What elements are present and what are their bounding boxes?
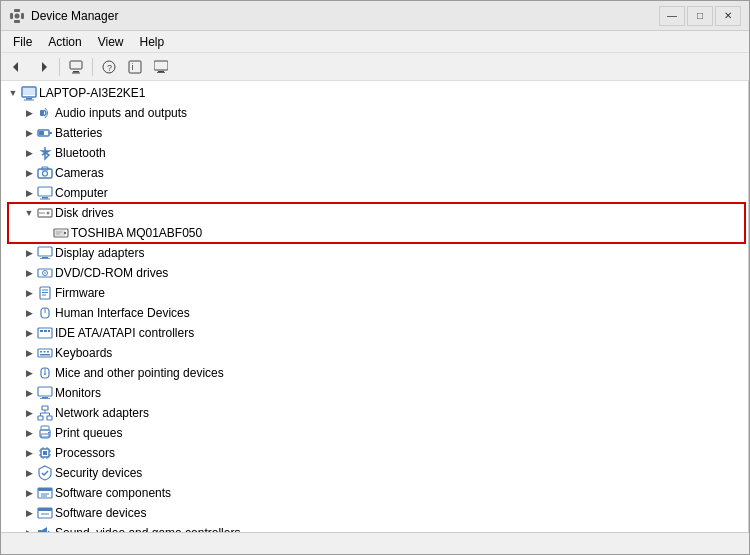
network-toggle[interactable]: ▶ (21, 405, 37, 421)
svg-rect-39 (38, 247, 52, 256)
svg-rect-41 (40, 258, 50, 259)
menu-help[interactable]: Help (132, 33, 173, 51)
software-comp-toggle[interactable]: ▶ (21, 485, 37, 501)
tree-item-sound[interactable]: ▶ Sound, video and game controllers (1, 523, 748, 532)
device-manager-window: Device Manager — □ ✕ File Action View He… (0, 0, 750, 555)
bluetooth-toggle[interactable]: ▶ (21, 145, 37, 161)
svg-point-44 (44, 272, 46, 274)
software-dev-label: Software devices (55, 506, 146, 520)
tree-container: ▼ LAPTOP-AI3E2KE1 ▶ (1, 83, 748, 532)
tree-item-batteries[interactable]: ▶ Batteries (1, 123, 748, 143)
svg-rect-7 (70, 61, 82, 69)
computer-label: Computer (55, 186, 108, 200)
tree-item-computer[interactable]: ▶ Computer (1, 183, 748, 203)
menu-action[interactable]: Action (40, 33, 89, 51)
svg-rect-54 (48, 330, 50, 332)
tree-item-software-dev[interactable]: ▶ Software devices (1, 503, 748, 523)
tree-item-network[interactable]: ▶ Network adapters (1, 403, 748, 423)
back-button[interactable] (5, 56, 29, 78)
tree-item-monitors[interactable]: ▶ Monitors (1, 383, 748, 403)
hid-toggle[interactable]: ▶ (21, 305, 37, 321)
help-icon: ? (102, 60, 116, 74)
svg-rect-67 (38, 416, 43, 420)
tree-item-diskdrives[interactable]: ▼ Disk drives (1, 203, 748, 223)
print-icon (37, 425, 53, 441)
svg-rect-8 (73, 71, 79, 73)
cameras-icon (37, 165, 53, 181)
svg-rect-24 (39, 131, 44, 135)
minimize-button[interactable]: — (659, 6, 685, 26)
audio-icon (37, 105, 53, 121)
firmware-toggle[interactable]: ▶ (21, 285, 37, 301)
processors-toggle[interactable]: ▶ (21, 445, 37, 461)
svg-rect-53 (44, 330, 47, 332)
root-toggle[interactable]: ▼ (5, 85, 21, 101)
tree-item-audio[interactable]: ▶ Audio inputs and outputs (1, 103, 748, 123)
svg-rect-88 (38, 488, 52, 491)
cameras-toggle[interactable]: ▶ (21, 165, 37, 181)
monitors-toggle[interactable]: ▶ (21, 385, 37, 401)
tree-item-keyboards[interactable]: ▶ Keyboards (1, 343, 748, 363)
processors-icon (37, 445, 53, 461)
tree-item-hid[interactable]: ▶ Human Interface Devices (1, 303, 748, 323)
tree-item-dvd[interactable]: ▶ DVD/CD-ROM drives (1, 263, 748, 283)
computer-toggle[interactable]: ▶ (21, 185, 37, 201)
svg-rect-51 (38, 328, 52, 338)
batteries-icon (37, 125, 53, 141)
software-dev-toggle[interactable]: ▶ (21, 505, 37, 521)
svg-rect-3 (21, 13, 24, 19)
monitor-button[interactable] (149, 56, 173, 78)
svg-rect-35 (55, 230, 65, 236)
menu-file[interactable]: File (5, 33, 40, 51)
tree-item-print[interactable]: ▶ Print queues (1, 423, 748, 443)
ide-toggle[interactable]: ▶ (21, 325, 37, 341)
batteries-toggle[interactable]: ▶ (21, 125, 37, 141)
tree-item-mice[interactable]: ▶ Mice and other pointing devices (1, 363, 748, 383)
properties-button[interactable]: i (123, 56, 147, 78)
status-bar (1, 532, 749, 554)
tree-item-processors[interactable]: ▶ (1, 443, 748, 463)
print-toggle[interactable]: ▶ (21, 425, 37, 441)
security-toggle[interactable]: ▶ (21, 465, 37, 481)
tree-item-firmware[interactable]: ▶ Firmware (1, 283, 748, 303)
svg-text:i: i (132, 62, 134, 72)
security-label: Security devices (55, 466, 142, 480)
svg-rect-28 (38, 187, 52, 196)
diskdrives-toggle[interactable]: ▼ (21, 205, 37, 221)
window-icon (9, 8, 25, 24)
svg-rect-65 (40, 398, 50, 399)
keyboards-toggle[interactable]: ▶ (21, 345, 37, 361)
tree-item-ide[interactable]: ▶ IDE ATA/ATAPI controllers (1, 323, 748, 343)
tree-panel[interactable]: ▼ LAPTOP-AI3E2KE1 ▶ (1, 81, 749, 532)
tree-item-toshiba[interactable]: ▶ TOSHIBA MQ01ABF050 (1, 223, 748, 243)
tree-item-software-comp[interactable]: ▶ Software components (1, 483, 748, 503)
sound-toggle[interactable]: ▶ (21, 525, 37, 532)
forward-button[interactable] (31, 56, 55, 78)
monitor-icon (154, 60, 168, 74)
maximize-button[interactable]: □ (687, 6, 713, 26)
mice-toggle[interactable]: ▶ (21, 365, 37, 381)
software-comp-icon (37, 485, 53, 501)
toshiba-label: TOSHIBA MQ01ABF050 (71, 226, 202, 240)
menu-view[interactable]: View (90, 33, 132, 51)
tree-item-display[interactable]: ▶ Display adapters (1, 243, 748, 263)
tree-item-bluetooth[interactable]: ▶ Bluetooth (1, 143, 748, 163)
svg-point-32 (47, 212, 50, 215)
window-title: Device Manager (31, 9, 118, 23)
svg-rect-58 (47, 351, 49, 353)
tree-item-security[interactable]: ▶ Security devices (1, 463, 748, 483)
keyboards-label: Keyboards (55, 346, 112, 360)
svg-text:?: ? (107, 63, 112, 73)
root-label: LAPTOP-AI3E2KE1 (39, 86, 146, 100)
svg-rect-74 (41, 426, 49, 430)
close-button[interactable]: ✕ (715, 6, 741, 26)
dvd-toggle[interactable]: ▶ (21, 265, 37, 281)
help-button[interactable]: ? (97, 56, 121, 78)
svg-rect-23 (49, 132, 52, 134)
tree-root[interactable]: ▼ LAPTOP-AI3E2KE1 (1, 83, 748, 103)
audio-toggle[interactable]: ▶ (21, 105, 37, 121)
tree-item-cameras[interactable]: ▶ Cameras (1, 163, 748, 183)
firmware-label: Firmware (55, 286, 105, 300)
display-toggle[interactable]: ▶ (21, 245, 37, 261)
computer-button[interactable] (64, 56, 88, 78)
